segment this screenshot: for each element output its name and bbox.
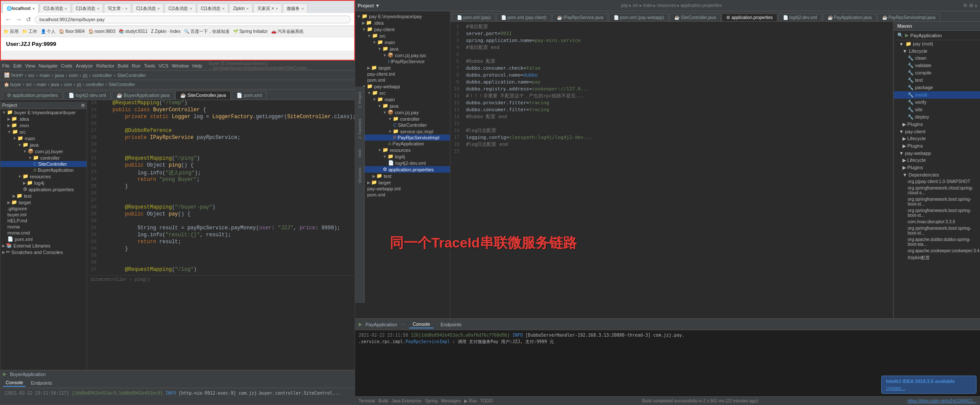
maven-verify[interactable]: 🔧 verify bbox=[894, 99, 980, 106]
back-button[interactable]: ← bbox=[4, 15, 12, 24]
breadcrumb-jzj[interactable]: jzj bbox=[83, 73, 87, 78]
right-tab-payrpc[interactable]: ☕ PayRpcServiceImpl.java bbox=[877, 13, 940, 21]
menu-edit[interactable]: Edit bbox=[13, 63, 22, 68]
tree-item-buyeriml[interactable]: buyer.iml bbox=[0, 212, 87, 218]
nav-java[interactable]: java bbox=[51, 82, 59, 87]
tab-zipkin[interactable]: Zipkin × bbox=[229, 3, 252, 13]
tab-5[interactable]: C|1条消息 × bbox=[165, 3, 196, 13]
tree-item-log4j[interactable]: ▶ 📁 log4j bbox=[0, 180, 87, 186]
maven-pw-lifecycle[interactable]: ▶ Lifecycle bbox=[894, 157, 980, 164]
menu-code[interactable]: Code bbox=[61, 63, 72, 68]
maven-test[interactable]: 🔧 test bbox=[894, 77, 980, 84]
run-tab-endpoints[interactable]: Endpoints bbox=[28, 379, 55, 386]
nav-buyer[interactable]: 🏠 buyer bbox=[4, 82, 21, 87]
tab-log4j2[interactable]: 📄 log4j2-dev.xml bbox=[64, 91, 111, 100]
tree-item-idea[interactable]: ▶ 📁 .idea bbox=[0, 116, 87, 122]
web-vertical-label[interactable]: Web bbox=[358, 148, 362, 159]
right-tab-pom-pay[interactable]: 📄 pom.xml (pay) bbox=[452, 13, 495, 21]
tab-2[interactable]: C|1条消息 × bbox=[72, 3, 103, 13]
tree-item-mvnwcmd[interactable]: mvnw.cmd bbox=[0, 230, 87, 236]
right-tree-payrpc[interactable]: P PayRpcServiceImpl bbox=[355, 135, 450, 141]
maven-dep-8[interactable]: org.apache.zookeeper:zookeeper:3.4.11 bbox=[894, 248, 980, 254]
right-tab-irpc[interactable]: ☕ IPayRpcService.java bbox=[552, 13, 608, 21]
tree-item-mvnw[interactable]: mvnw bbox=[0, 224, 87, 230]
right-settings-btn[interactable]: ⚙ bbox=[963, 3, 967, 8]
maven-validate[interactable]: 🔧 validate bbox=[894, 62, 980, 69]
structure-vertical-label[interactable]: Structure bbox=[358, 166, 362, 185]
build-btn[interactable]: Build bbox=[378, 399, 388, 403]
menu-help[interactable]: Help bbox=[192, 63, 202, 68]
right-tree-pay-pkg[interactable]: ▼ 📦 com.jzj.pay bbox=[355, 109, 450, 116]
tree-item-test[interactable]: ▶ 📁 test bbox=[0, 193, 87, 199]
tree-item-sitecontroller[interactable]: C SiteController bbox=[0, 161, 87, 167]
maven-deps[interactable]: ▼ Dependencies bbox=[894, 171, 980, 178]
right-tree-log4j2dev[interactable]: 📄 log4j2-dev.xml bbox=[355, 160, 450, 166]
tree-item-target[interactable]: ▶ 📁 target bbox=[0, 199, 87, 206]
menu-window[interactable]: Window bbox=[172, 63, 189, 68]
right-tab-sitectl[interactable]: ☕ SiteController.java bbox=[670, 13, 721, 21]
right-tree-svcimpl[interactable]: ▼ 📁 service.rpc.impl bbox=[355, 128, 450, 135]
tree-item-resources[interactable]: ▼ 📁 resources bbox=[0, 173, 87, 180]
maven-dep-6[interactable]: org.springframework.boot:spring-boot-st.… bbox=[894, 225, 980, 236]
bookmark-car[interactable]: 🚗 汽车金融系统 bbox=[271, 29, 304, 35]
tree-item-package[interactable]: ▼ 📦 com.jzj.buyer bbox=[0, 148, 87, 154]
tab-8[interactable]: 天家买 × × bbox=[253, 3, 282, 13]
tab-buyer-app[interactable]: ☕ BuyerApplication.java bbox=[112, 91, 175, 100]
spring-btn[interactable]: Spring bbox=[425, 399, 438, 403]
reload-button[interactable]: ↺ bbox=[25, 15, 32, 24]
menu-vcs[interactable]: VCS bbox=[158, 63, 168, 68]
bookmark-spring[interactable]: 🌱 Spring Initializr bbox=[233, 29, 268, 34]
tree-item-controller[interactable]: ▼ 📁 controller bbox=[0, 154, 87, 161]
tree-item-appprops[interactable]: ⚙ application.properties bbox=[0, 186, 87, 193]
tab-close-btn[interactable]: × bbox=[32, 6, 35, 11]
tree-item-pomxml[interactable]: 📄 pom.xml bbox=[0, 236, 87, 242]
maven-compile[interactable]: 🔧 compile bbox=[894, 69, 980, 77]
right-tree-payclient[interactable]: ▼ 📁 pay-client bbox=[355, 26, 450, 32]
right-tree-java1[interactable]: ▼ 📁 java bbox=[355, 45, 450, 52]
right-tree-rpc[interactable]: ▼ 📦 com.jzj.pay.rpc bbox=[355, 52, 450, 58]
breadcrumb-buyer[interactable]: 🪟 buyer bbox=[4, 72, 23, 78]
maven-dep-3[interactable]: org.springframework.boot:spring-boot-st.… bbox=[894, 196, 980, 207]
maven-pc-plugins[interactable]: ▶ Plugins bbox=[894, 142, 980, 150]
bookmark-personal[interactable]: 👤 个人 bbox=[41, 29, 56, 35]
tab-localhost[interactable]: 🌐 localhost × bbox=[3, 3, 39, 13]
right-tab-appprops[interactable]: ⚙ application.properties bbox=[721, 13, 777, 21]
tree-item-gitignore[interactable]: .gitignore bbox=[0, 206, 87, 212]
maven-pay-webapp[interactable]: ▼ pay-webapp bbox=[894, 150, 980, 157]
right-tree-src2[interactable]: ▼ 📁 src bbox=[355, 90, 450, 96]
nav-jzj[interactable]: jzj bbox=[77, 82, 81, 87]
tree-item-scratches[interactable]: ▶ ✏ Scratches and Consoles bbox=[0, 249, 87, 255]
url-input[interactable]: localhost:9912/temp/buyer-pay bbox=[35, 16, 351, 23]
tab-close-1[interactable]: × bbox=[65, 6, 67, 11]
maven-plugins[interactable]: ▶ Plugins bbox=[894, 121, 980, 128]
messages-btn[interactable]: Messages bbox=[441, 399, 461, 403]
tree-item-java[interactable]: ▼ 📁 java bbox=[0, 141, 87, 148]
forward-button[interactable]: → bbox=[15, 15, 23, 24]
right-expand-btn[interactable]: ⊞ bbox=[969, 3, 973, 8]
right-tree-src1[interactable]: ▼ 📁 src bbox=[355, 32, 450, 39]
menu-build[interactable]: Build bbox=[118, 63, 128, 68]
maven-dep-7[interactable]: org.apache.dubbo:dubbo-spring-boot-sta..… bbox=[894, 236, 980, 248]
nav-src[interactable]: src bbox=[26, 82, 32, 87]
right-tree-pom2[interactable]: pom.xml bbox=[355, 192, 450, 198]
right-tab-run-endpoints[interactable]: Endpoints bbox=[437, 321, 465, 328]
right-tab-log4j[interactable]: 📄 log4j2-dev.xml bbox=[778, 13, 822, 21]
maven-clean[interactable]: 🔧 clean bbox=[894, 55, 980, 62]
maven-package[interactable]: 🔧 package bbox=[894, 84, 980, 91]
right-tree-target1[interactable]: ▶ 📁 target bbox=[355, 64, 450, 71]
maven-dep-1[interactable]: org.jzjpay-client:1.0-SNAPSHOT bbox=[894, 178, 980, 185]
right-console[interactable]: 2021-02-22 23:11:58 126[1dd8e8942e453ac9… bbox=[355, 330, 980, 405]
right-tree-idea[interactable]: ▶ 📁 .idea bbox=[355, 19, 450, 26]
menu-navigate[interactable]: Navigate bbox=[39, 63, 57, 68]
tree-item-main[interactable]: ▼ 📁 main bbox=[0, 135, 87, 141]
right-tab-run-console[interactable]: Console bbox=[409, 321, 433, 328]
java-enterprise-btn[interactable]: Java Enterprise bbox=[391, 399, 421, 403]
maven-lifecycle[interactable]: ▼ Lifecycle bbox=[894, 48, 980, 55]
bookmark-study[interactable]: 📚 studyt:9311 bbox=[119, 29, 148, 34]
properties-pane[interactable]: 1#项目配置 2server.port=9911 3spring.applica… bbox=[450, 22, 893, 318]
breadcrumb-com[interactable]: com bbox=[69, 73, 78, 78]
right-gear-btn[interactable]: ≡ bbox=[975, 3, 977, 8]
maven-dep-5[interactable]: com.lmax:disruptor:3.3.6 bbox=[894, 219, 980, 225]
breadcrumb-src[interactable]: src bbox=[28, 73, 35, 78]
tree-settings-icon[interactable]: ⚙ bbox=[81, 103, 85, 108]
